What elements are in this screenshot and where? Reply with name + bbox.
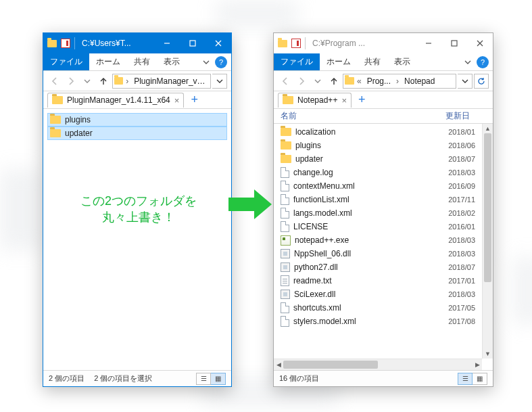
column-headers[interactable]: 名前 更新日: [274, 109, 493, 124]
help-button[interactable]: ?: [477, 56, 489, 68]
close-button[interactable]: [205, 33, 231, 53]
item-date: 2018/03: [443, 236, 475, 244]
view-details-button[interactable]: ☰: [196, 373, 211, 385]
address-dropdown-button[interactable]: [212, 74, 227, 89]
nav-forward-button[interactable]: [64, 74, 78, 89]
item-name: NppShell_06.dll: [294, 249, 439, 258]
tab-close-icon[interactable]: ×: [174, 95, 180, 106]
ribbon-expand-icon[interactable]: [199, 53, 214, 70]
list-item[interactable]: functionList.xml2017/11: [274, 193, 482, 206]
scroll-thumb[interactable]: [484, 133, 491, 282]
maximize-button[interactable]: [441, 33, 467, 53]
column-name[interactable]: 名前: [281, 110, 445, 122]
maximize-button[interactable]: [180, 33, 205, 53]
scroll-left-icon[interactable]: ◀: [274, 359, 283, 370]
titlebar[interactable]: C:¥Program ...: [274, 33, 493, 53]
folder-tabstrip: Notepad++ × +: [274, 91, 493, 109]
dll-icon: [281, 249, 290, 258]
folder-tab[interactable]: Notepad++ ×: [278, 93, 352, 108]
view-icons-button[interactable]: ▦: [211, 373, 226, 385]
statusbar: 16 個の項目 ☰ ▦: [274, 370, 493, 386]
explorer-window-target: C:¥Program ... ファイル ホーム 共有 表示 ? « Prog..…: [273, 32, 493, 387]
ribbon-tab-share[interactable]: 共有: [127, 53, 157, 70]
list-item[interactable]: SciLexer.dll2018/03: [274, 288, 482, 301]
file-list[interactable]: pluginsupdater: [43, 109, 231, 370]
scroll-thumb[interactable]: [283, 361, 378, 369]
view-details-button[interactable]: ☰: [458, 373, 473, 385]
ribbon-tab-share[interactable]: 共有: [358, 53, 387, 70]
vertical-scrollbar[interactable]: ▲ ▼: [482, 124, 493, 359]
new-tab-button[interactable]: +: [356, 93, 368, 107]
annotation-line1: この2つのフォルダを: [71, 193, 206, 209]
list-item[interactable]: updater2018/07: [274, 152, 482, 166]
list-item[interactable]: shortcuts.xml2017/05: [274, 301, 482, 315]
navbar: « Prog... › Notepad: [274, 71, 493, 91]
refresh-button[interactable]: [474, 74, 489, 89]
list-item[interactable]: stylers.model.xml2017/08: [274, 315, 482, 328]
list-item[interactable]: change.log2018/03: [274, 166, 482, 179]
item-date: 2018/01: [443, 128, 475, 136]
minimize-button[interactable]: [416, 33, 441, 53]
list-item[interactable]: LICENSE2016/01: [274, 220, 482, 233]
ribbon-tab-home[interactable]: ホーム: [320, 53, 358, 70]
nav-back-button[interactable]: [47, 74, 62, 89]
folder-tab-label: PluginManager_v1.4.11_x64: [67, 95, 170, 105]
list-item[interactable]: NppShell_06.dll2018/03: [274, 247, 482, 260]
address-bar[interactable]: « Prog... › Notepad: [343, 74, 456, 89]
ribbon-tab-home[interactable]: ホーム: [89, 53, 127, 70]
breadcrumb[interactable]: Notepad: [402, 76, 437, 86]
list-item[interactable]: notepad++.exe2018/03: [274, 233, 482, 247]
scroll-down-icon[interactable]: ▼: [483, 349, 493, 359]
file-list[interactable]: localization2018/01plugins2018/06updater…: [274, 124, 493, 370]
help-button[interactable]: ?: [215, 56, 227, 68]
folder-icon: [50, 129, 61, 137]
item-name: SciLexer.dll: [294, 290, 439, 299]
ribbon-tab-view[interactable]: 表示: [387, 53, 417, 70]
list-item[interactable]: langs.model.xml2018/02: [274, 206, 482, 220]
breadcrumb[interactable]: Prog...: [364, 76, 393, 86]
scroll-up-icon[interactable]: ▲: [483, 124, 493, 133]
close-button[interactable]: [467, 33, 493, 53]
nav-history-button[interactable]: [310, 74, 325, 89]
nav-back-button[interactable]: [278, 74, 293, 89]
item-name: functionList.xml: [293, 195, 439, 204]
column-date[interactable]: 更新日: [445, 110, 486, 122]
text-file-icon: [281, 275, 289, 286]
list-item[interactable]: contextMenu.xml2016/09: [274, 179, 482, 193]
nav-up-button[interactable]: [327, 74, 341, 89]
list-item[interactable]: plugins2018/06: [274, 139, 482, 152]
breadcrumb[interactable]: PluginManager_v1....: [131, 76, 209, 86]
folder-icon: [114, 77, 123, 85]
item-date: 2017/08: [443, 317, 475, 325]
list-item[interactable]: localization2018/01: [274, 125, 482, 139]
view-icons-button[interactable]: ▦: [473, 373, 487, 385]
list-item[interactable]: plugins: [47, 113, 227, 127]
address-dropdown-button[interactable]: [458, 74, 473, 89]
ribbon-tab-view[interactable]: 表示: [157, 53, 187, 70]
scroll-right-icon[interactable]: ▶: [473, 359, 482, 370]
list-item[interactable]: python27.dll2018/07: [274, 260, 482, 274]
chevron-right-icon[interactable]: ›: [124, 76, 130, 86]
horizontal-scrollbar[interactable]: ◀ ▶: [274, 359, 482, 370]
new-tab-button[interactable]: +: [188, 93, 201, 107]
folder-tab[interactable]: PluginManager_v1.4.11_x64 ×: [47, 93, 184, 108]
chevron-right-icon[interactable]: ›: [395, 76, 400, 86]
svg-rect-1: [190, 41, 195, 46]
overflow-chevron-icon[interactable]: «: [356, 76, 363, 86]
titlebar[interactable]: C:¥Users¥T...: [43, 33, 231, 53]
item-name: plugins: [295, 141, 439, 150]
nav-history-button[interactable]: [80, 74, 95, 89]
ribbon-tab-file[interactable]: ファイル: [274, 53, 320, 70]
address-bar[interactable]: › PluginManager_v1....: [112, 74, 211, 89]
statusbar: 2 個の項目 2 個の項目を選択 ☰ ▦: [43, 370, 231, 386]
list-item[interactable]: readme.txt2017/01: [274, 274, 482, 288]
tab-close-icon[interactable]: ×: [341, 95, 347, 106]
minimize-button[interactable]: [154, 33, 180, 53]
dll-icon: [281, 290, 290, 299]
ribbon-tab-file[interactable]: ファイル: [43, 53, 89, 70]
nav-up-button[interactable]: [96, 74, 111, 89]
nav-forward-button[interactable]: [294, 74, 309, 89]
list-item[interactable]: updater: [47, 127, 227, 140]
item-name: readme.txt: [293, 276, 439, 285]
ribbon-expand-icon[interactable]: [460, 53, 475, 70]
